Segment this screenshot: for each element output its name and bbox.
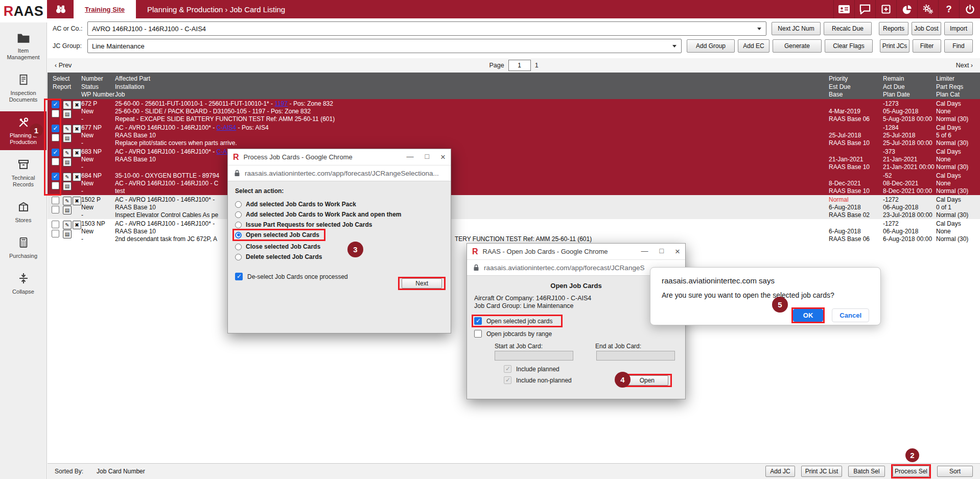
report-print-icon[interactable]: ▤ (63, 206, 72, 214)
next-page-link[interactable]: Next › (956, 62, 973, 69)
power-icon[interactable] (959, 0, 980, 18)
report-checkbox[interactable] (52, 230, 59, 237)
select-checkbox[interactable] (52, 125, 59, 132)
close-icon[interactable]: × (675, 247, 680, 257)
open-by-range-checkbox-row[interactable]: Open jobcards by range (474, 330, 678, 338)
option-close-selected[interactable]: Close selected Job Cards (235, 243, 444, 250)
affected-part-link[interactable]: C-AIS4 (217, 124, 237, 131)
next-jc-num-button[interactable]: Next JC Num (772, 22, 821, 35)
filter-button[interactable]: Filter (913, 39, 941, 53)
open-selected-checkbox-row[interactable]: Open selected job cards (474, 317, 560, 325)
delete-icon[interactable]: ✖ (73, 221, 81, 229)
import-button[interactable]: Import (944, 22, 973, 35)
edit-icon[interactable]: ✎ (63, 149, 72, 157)
sidebar-item-purchasing[interactable]: Purchasing (0, 232, 46, 264)
report-checkbox[interactable] (52, 134, 59, 141)
radio-icon[interactable] (235, 222, 242, 228)
radio-icon[interactable] (235, 201, 242, 208)
report-print-icon[interactable]: ▤ (63, 158, 72, 166)
report-print-icon[interactable]: ▤ (63, 182, 72, 190)
add-ec-button[interactable]: Add EC (738, 39, 769, 53)
sidebar-item-collapse[interactable]: Collapse (0, 268, 46, 300)
help-icon[interactable]: ? (938, 0, 959, 18)
open-selected-checkbox[interactable] (474, 317, 482, 325)
deselect-checkbox[interactable] (235, 273, 243, 280)
radio-icon[interactable] (235, 244, 242, 250)
report-print-icon[interactable]: ▤ (63, 134, 72, 142)
generate-button[interactable]: Generate (773, 39, 822, 53)
ok-button[interactable]: OK (793, 309, 824, 322)
select-checkbox[interactable] (52, 149, 59, 156)
radio-icon[interactable] (235, 211, 242, 218)
find-button[interactable]: Find (944, 39, 973, 53)
edit-icon[interactable]: ✎ (63, 197, 72, 205)
delete-icon[interactable]: ✖ (73, 101, 81, 109)
report-checkbox[interactable] (52, 206, 59, 213)
edit-icon[interactable]: ✎ (63, 125, 72, 133)
sidebar-item-technical-records[interactable]: Technical Records (0, 154, 46, 193)
maximize-icon[interactable]: □ (425, 152, 429, 162)
job-cost-button[interactable]: Job Cost (912, 22, 941, 35)
select-checkbox[interactable] (52, 197, 59, 204)
next-button[interactable]: Next (402, 278, 442, 289)
recalc-due-button[interactable]: Recalc Due (824, 22, 872, 35)
report-print-icon[interactable]: ▤ (63, 110, 72, 118)
sidebar-item-item-management[interactable]: Item Management (0, 28, 46, 65)
edit-icon[interactable]: ✎ (63, 173, 72, 181)
dialog-title-bar[interactable]: R Process Job Cards - Google Chrome — □ … (228, 149, 451, 165)
delete-icon[interactable]: ✖ (73, 149, 81, 157)
page-input[interactable] (508, 60, 531, 71)
pie-chart-icon[interactable] (896, 0, 917, 18)
cancel-button[interactable]: Cancel (832, 308, 869, 322)
delete-icon[interactable]: ✖ (73, 125, 81, 133)
edit-icon[interactable]: ✎ (63, 221, 72, 229)
ac-select[interactable]: AVRO 146RJ100 - 146RJ100 - C-AIS4 (87, 21, 766, 36)
start-jc-input[interactable] (495, 351, 573, 361)
open-by-range-checkbox[interactable] (474, 330, 482, 338)
report-checkbox[interactable] (52, 158, 59, 165)
process-sel-button[interactable]: Process Sel (893, 466, 929, 477)
clear-flags-button[interactable]: Clear Flags (825, 39, 873, 53)
report-checkbox[interactable] (52, 182, 59, 189)
jc-group-select[interactable]: Line Maintenance (87, 39, 682, 53)
radio-icon[interactable] (235, 232, 242, 238)
batch-sel-button[interactable]: Batch Sel (848, 466, 885, 477)
settings-gears-icon[interactable] (917, 0, 938, 18)
close-icon[interactable]: × (440, 152, 446, 162)
minimize-icon[interactable]: — (407, 152, 414, 162)
option-open-selected[interactable]: Open selected Job Cards (235, 231, 323, 238)
delete-icon[interactable]: ✖ (73, 197, 81, 205)
dialog-title-bar[interactable]: R RAAS - Open Job Cards - Google Chrome … (467, 244, 685, 260)
minimize-icon[interactable]: — (641, 247, 648, 257)
id-card-icon[interactable] (833, 0, 854, 18)
option-add-to-workpack-open[interactable]: Add selected Job Cards to Work Pack and … (235, 211, 444, 218)
sort-button[interactable]: Sort (937, 466, 973, 477)
print-jc-list-button[interactable]: Print JC List (801, 466, 842, 477)
maximize-icon[interactable]: □ (660, 247, 664, 257)
app-logo[interactable]: RAAS (0, 0, 47, 22)
radio-icon[interactable] (235, 254, 242, 260)
reports-button[interactable]: Reports (879, 22, 908, 35)
sidebar-item-stores[interactable]: Stores (0, 196, 46, 228)
option-issue-part-requests[interactable]: Issue Part Requests for selected Job Car… (235, 221, 444, 228)
report-print-icon[interactable]: ▤ (63, 230, 72, 238)
select-checkbox[interactable] (52, 221, 59, 228)
option-add-to-workpack[interactable]: Add selected Job Cards to Work Pack (235, 201, 444, 208)
sidebar-item-inspection-documents[interactable]: Inspection Documents (0, 69, 46, 108)
delete-icon[interactable]: ✖ (73, 173, 81, 181)
chat-icon[interactable] (854, 0, 875, 18)
report-checkbox[interactable] (52, 110, 59, 117)
end-jc-input[interactable] (596, 351, 675, 361)
select-checkbox[interactable] (52, 101, 59, 108)
select-checkbox[interactable] (52, 173, 59, 180)
print-jcs-button[interactable]: Print JCs (880, 39, 909, 53)
tab-training-site[interactable]: Training Site (74, 0, 136, 18)
affected-part-link[interactable]: 1197 (274, 100, 288, 107)
edit-icon[interactable]: ✎ (63, 101, 72, 109)
prev-page-link[interactable]: ‹ Prev (55, 62, 72, 69)
add-group-button[interactable]: Add Group (687, 39, 735, 53)
option-delete-selected[interactable]: Delete selected Job Cards (235, 253, 444, 260)
new-window-icon[interactable] (875, 0, 896, 18)
add-jc-button[interactable]: Add JC (765, 466, 795, 477)
open-button[interactable]: Open (626, 375, 668, 386)
